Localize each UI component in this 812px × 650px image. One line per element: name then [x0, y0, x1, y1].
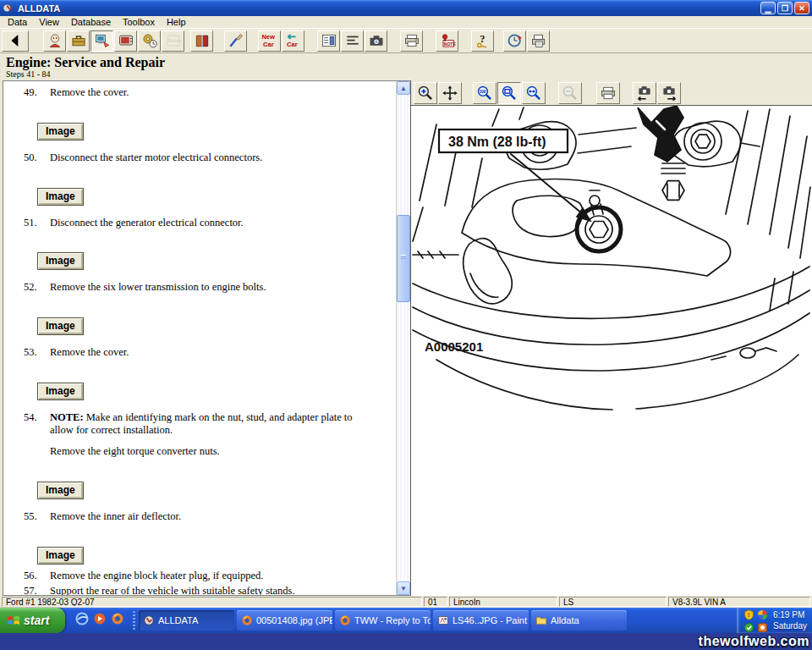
procedure-pane: 49.Remove the cover.Image50.Disconnect t…: [3, 80, 410, 596]
image-button[interactable]: Image: [37, 482, 84, 499]
clock[interactable]: 6:19 PM: [773, 609, 807, 620]
image-button[interactable]: Image: [37, 383, 84, 400]
status-field-4: V8-3.9L VIN A: [668, 597, 810, 607]
taskbar-item[interactable]: ALLDATA: [139, 610, 234, 631]
menu-bar: DataViewDatabaseToolboxHelp: [0, 16, 812, 29]
page-title: Engine: Service and Repair: [6, 55, 812, 70]
antivirus-icon[interactable]: [743, 621, 755, 633]
zoom-width-button[interactable]: [522, 82, 546, 104]
taskbar-item[interactable]: 00501408.jpg (JPEG ...: [237, 610, 332, 631]
print-image-icon: [600, 85, 617, 102]
image-button[interactable]: Image: [37, 547, 84, 565]
step-57: 57.Support the rear of the vehicle with …: [14, 585, 392, 596]
print-preview-button[interactable]: [527, 30, 550, 52]
scroll-down-arrow[interactable]: ▼: [397, 581, 410, 595]
zoom-out-button: [558, 82, 582, 104]
svg-text:100: 100: [480, 89, 486, 93]
menu-toolbox[interactable]: Toolbox: [117, 17, 161, 27]
zoom-100-button[interactable]: 100: [473, 82, 497, 104]
zoom-in-button[interactable]: [414, 82, 437, 104]
car-back-button[interactable]: Car: [282, 30, 304, 52]
step-49: 49.Remove the cover.Image: [14, 86, 392, 143]
customer-button[interactable]: [43, 30, 66, 52]
menu-help[interactable]: Help: [161, 17, 192, 27]
note-button[interactable]: NOTE: [436, 30, 458, 52]
computer-icon: [94, 32, 111, 49]
toolbox-icon: [70, 32, 87, 49]
back-button[interactable]: [2, 30, 29, 52]
close-button[interactable]: ✕: [794, 2, 809, 14]
pan-button[interactable]: [438, 82, 462, 104]
list-view-button[interactable]: [317, 30, 340, 52]
help-icon: ?: [475, 32, 491, 49]
minimize-button[interactable]: ▁: [760, 2, 776, 14]
step-text: NOTE: Make an identifying mark on the nu…: [50, 411, 361, 437]
page-subtitle: Steps 41 - 84: [6, 69, 812, 79]
media-player-icon[interactable]: [93, 612, 107, 629]
image-button[interactable]: Image: [37, 123, 84, 140]
restore-button[interactable]: ❐: [777, 2, 793, 14]
new-car-button[interactable]: NewCar: [258, 30, 281, 52]
menu-view[interactable]: View: [33, 17, 65, 27]
history-button[interactable]: [503, 30, 526, 52]
brush-button[interactable]: [224, 30, 247, 52]
gears-button[interactable]: [138, 30, 161, 52]
status-field-1: 01: [424, 597, 447, 607]
taskbar-item[interactable]: LS46..JPG - Paint: [433, 610, 529, 631]
next-image-button[interactable]: [657, 82, 681, 104]
print-icon: [403, 32, 420, 49]
step-number: 56.: [24, 570, 41, 582]
step-text: Disconnect the generator electrical conn…: [50, 217, 244, 229]
system-tray: ! 6:19 PM Saturday: [737, 608, 812, 633]
prev-image-icon: [636, 85, 653, 102]
computer-button[interactable]: [91, 30, 113, 52]
image-viewer: 38 Nm (28 lb-ft) A0005201: [411, 106, 812, 596]
monitor-icon: [118, 32, 134, 49]
menu-data[interactable]: Data: [2, 17, 33, 27]
scrollbar-thumb[interactable]: [397, 215, 410, 302]
image-button[interactable]: Image: [37, 252, 84, 270]
step-53: 53.Remove the cover.Image: [14, 346, 392, 403]
step-55: 55.Remove the inner air deflector.Image: [14, 510, 392, 567]
text-view-button[interactable]: [341, 30, 364, 52]
print-preview-icon: [530, 32, 547, 49]
image-view-button[interactable]: [365, 30, 387, 52]
step-text: Remove the engine block heater plug, if …: [50, 570, 263, 582]
taskbar-item[interactable]: TWW - Reply to Topic...: [335, 610, 431, 631]
scroll-up-arrow[interactable]: ▲: [397, 81, 410, 95]
image-pane: 100: [410, 80, 812, 596]
svg-text:NOTE: NOTE: [443, 41, 455, 47]
gears-icon: [141, 32, 158, 49]
taskbar-handle[interactable]: [133, 611, 135, 630]
review-icon: Review: [165, 32, 182, 49]
toolbox-button[interactable]: [67, 30, 90, 52]
updates-icon[interactable]: [757, 609, 769, 620]
zoom-in-icon: [417, 85, 434, 102]
start-button[interactable]: start: [0, 608, 65, 633]
help-button[interactable]: ?: [471, 30, 494, 52]
step-number: 51.: [24, 217, 41, 229]
quick-launch: [65, 608, 131, 633]
step-number: 53.: [24, 346, 41, 359]
print-button[interactable]: [400, 30, 423, 52]
prev-image-button[interactable]: [633, 82, 656, 104]
print-image-button[interactable]: [596, 82, 620, 104]
internet-explorer-icon[interactable]: [75, 612, 89, 629]
messenger-icon[interactable]: [757, 621, 769, 633]
title-bar: ALLDATA ▁ ❐ ✕: [0, 0, 812, 16]
window-title: ALLDATA: [18, 3, 759, 14]
menu-database[interactable]: Database: [65, 17, 117, 27]
image-button[interactable]: Image: [37, 317, 84, 335]
image-view-icon: [368, 32, 385, 49]
zoom-fit-button[interactable]: [497, 82, 521, 104]
vertical-scrollbar[interactable]: ▲ ▼: [396, 81, 410, 595]
steps-list: 49.Remove the cover.Image50.Disconnect t…: [3, 81, 396, 595]
review-button: Review: [162, 30, 184, 52]
security-shield-icon[interactable]: !: [743, 609, 755, 620]
monitor-button[interactable]: [114, 30, 137, 52]
book-button[interactable]: [190, 30, 213, 52]
taskbar-item[interactable]: Alldata: [531, 610, 627, 631]
firefox-icon[interactable]: [111, 612, 124, 629]
torque-callout-text: 38 Nm (28 lb-ft): [448, 135, 546, 149]
image-button[interactable]: Image: [37, 188, 84, 206]
